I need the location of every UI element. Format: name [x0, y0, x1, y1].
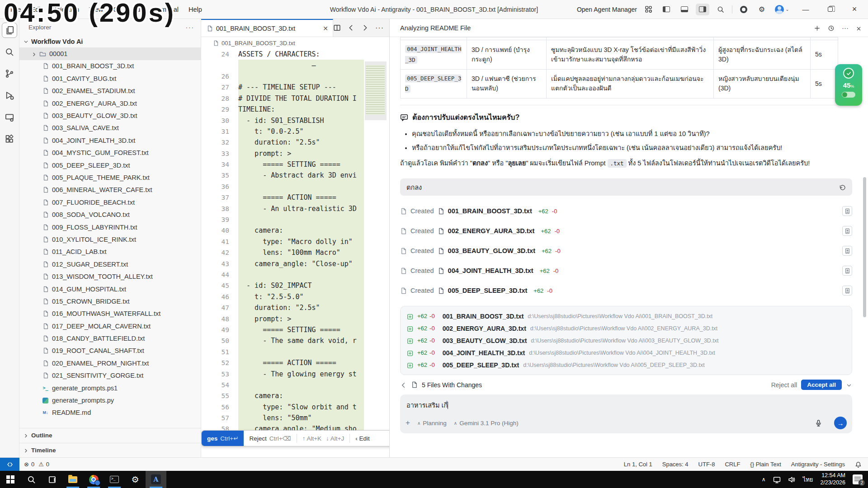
problems-indicator[interactable]: ⊗0 ⚠0 — [19, 461, 49, 468]
created-file-row[interactable]: Created 004_JOINT_HEALTH_3D.txt +62 -0 — [400, 261, 852, 281]
tree-file-item[interactable]: >_ M↓ 006_MINERAL_WATER_CAFE.txt — [19, 184, 201, 196]
send-button[interactable]: → — [834, 417, 847, 429]
tree-file-item[interactable]: >_ M↓ 002_ENAMEL_STADIUM.txt — [19, 85, 201, 97]
menu-item[interactable]: Help — [184, 4, 206, 15]
tree-file-item[interactable]: >_ M↓ README.md — [19, 407, 201, 419]
task-view-icon[interactable] — [42, 471, 62, 488]
maximize-button[interactable] — [820, 0, 840, 19]
more-actions-icon[interactable]: ··· — [375, 24, 384, 32]
tree-file-item[interactable]: >_ M↓ 005_DEEP_SLEEP_3D.txt — [19, 159, 201, 171]
tree-file-item[interactable]: >_ M↓ 018_CANDY_BATTLEFIELD.txt — [19, 332, 201, 344]
more-options-icon[interactable]: ··· — [842, 24, 849, 32]
close-panel-icon[interactable] — [856, 24, 862, 32]
tree-file-item[interactable]: >_ M↓ 001_CAVITY_BUG.txt — [19, 72, 201, 84]
search-sidebar-icon[interactable] — [2, 44, 17, 60]
history-icon[interactable] — [828, 24, 835, 32]
tree-file-item[interactable]: >_ M↓ 017_DEEP_MOLAR_CAVERN.txt — [19, 320, 201, 332]
sidebar-section-outline[interactable]: Outline — [19, 428, 201, 442]
app-settings[interactable]: Antigravity - Settings — [791, 461, 845, 468]
model-selector[interactable]: ∧Gemini 3.1 Pro (High) — [454, 420, 519, 427]
menu-item[interactable]: Go — [109, 4, 126, 15]
widget-toggle[interactable] — [842, 92, 855, 98]
chevron-down-icon[interactable] — [846, 381, 852, 388]
explorer-more-icon[interactable]: ··· — [186, 24, 195, 31]
minimize-button[interactable]: — — [796, 0, 816, 19]
tree-file-item[interactable]: >_ M↓ 004_MYSTIC_GUM_FOREST.txt — [19, 147, 201, 159]
created-file-row[interactable]: Created 003_BEAUTY_GLOW_3D.txt +62 -0 — [400, 241, 852, 261]
navigate-forward-icon[interactable] — [361, 24, 369, 32]
file-change-row[interactable]: +62 -0 001_BRAIN_BOOST_3D.txt d:\Users\s… — [407, 310, 845, 322]
code-area[interactable]: 24 ASSETS / CHARACTERS: — 26 27 # --- TI… — [201, 49, 389, 457]
breadcrumb[interactable]: 001_BRAIN_BOOST_3D.txt — [201, 37, 389, 49]
tree-file-item[interactable]: >_ M↓ 005_PLAQUE_THEME_PARK.txt — [19, 171, 201, 183]
toggle-right-sidebar-icon[interactable] — [696, 4, 709, 15]
toggle-left-sidebar-icon[interactable] — [660, 4, 673, 15]
reject-all-button[interactable]: Reject all — [771, 381, 797, 389]
tree-file-item[interactable]: >_ M↓ 016_MOUTHWASH_WATERFALL.txt — [19, 308, 201, 320]
created-file-row[interactable]: Created 001_BRAIN_BOOST_3D.txt +62 -0 — [400, 201, 852, 221]
tree-file-item[interactable]: >_ M↓ 003_BEAUTY_GLOW_3D.txt — [19, 109, 201, 122]
tree-file-item[interactable]: >_ M↓ 014_GUM_HOSPITAL.txt — [19, 283, 201, 295]
new-conversation-icon[interactable] — [814, 24, 821, 32]
mode-selector[interactable]: ∧Planning — [417, 420, 447, 427]
created-file-row[interactable]: Created 002_ENERGY_AURA_3D.txt +62 -0 — [400, 221, 852, 241]
tree-file-item[interactable]: >_ M↓ 010_XYLITOL_ICE_RINK.txt — [19, 233, 201, 245]
undo-icon[interactable] — [839, 183, 846, 191]
tree-file-item[interactable]: >_ M↓ 020_ENAMEL_PROM_NIGHT.txt — [19, 357, 201, 369]
menu-item[interactable]: Edit — [27, 4, 46, 15]
start-button[interactable] — [0, 471, 21, 488]
indentation[interactable]: Spaces: 4 — [662, 461, 689, 468]
terminal-app-icon[interactable]: >_ — [104, 471, 125, 488]
menu-item[interactable]: File — [6, 4, 25, 15]
tree-folder-00001[interactable]: 00001 — [19, 47, 201, 60]
tree-file-item[interactable]: >_ M↓ 015_CROWN_BRIDGE.txt — [19, 295, 201, 307]
menu-item[interactable]: Terminal — [150, 4, 183, 15]
attach-plus-icon[interactable]: + — [406, 418, 410, 427]
taskbar-search-icon[interactable] — [21, 471, 42, 488]
tree-file-item[interactable]: >_ M↓ 021_SENSITIVITY_GORGE.txt — [19, 370, 201, 382]
settings-app-icon[interactable]: ⚙ — [125, 471, 146, 488]
explorer-icon[interactable] — [2, 23, 17, 38]
close-tab-icon[interactable]: ✕ — [323, 25, 328, 32]
encoding[interactable]: UTF-8 — [698, 461, 715, 468]
tree-file-item[interactable]: >_ M↓ 012_SUGAR_DESERT.txt — [19, 258, 201, 270]
tree-file-item[interactable]: >_ M↓ 009_FLOSS_LABYRINTH.txt — [19, 221, 201, 233]
bell-icon[interactable] — [855, 460, 862, 468]
remote-indicator[interactable] — [0, 458, 19, 471]
file-change-row[interactable]: +62 -0 004_JOINT_HEALTH_3D.txt d:\Users\… — [407, 347, 845, 359]
tree-file-item[interactable]: >_ M↓ 003_SALIVA_CAVE.txt — [19, 122, 201, 134]
tree-file-item[interactable]: >_ M↓ 002_ENERGY_AURA_3D.txt — [19, 97, 201, 109]
tree-file-item[interactable]: >_ M↓ 004_JOINT_HEALTH_3D.txt — [19, 134, 201, 146]
menu-item[interactable]: Selection — [48, 4, 83, 15]
mic-icon[interactable] — [815, 419, 822, 427]
reject-changes-button[interactable]: RejectCtrl+⌫ — [244, 431, 296, 446]
volume-icon[interactable] — [788, 475, 796, 483]
panel-scrollbar[interactable] — [863, 177, 866, 317]
language-mode[interactable]: {} Plain Text — [750, 461, 781, 468]
tree-file-item[interactable]: >_ M↓ 001_BRAIN_BOOST_3D.txt — [19, 60, 201, 72]
toggle-bottom-panel-icon[interactable] — [678, 4, 691, 15]
extensions-icon[interactable] — [2, 131, 17, 146]
eol-sequence[interactable]: CRLF — [725, 461, 740, 468]
open-diff-icon[interactable] — [842, 206, 852, 216]
browser-icon[interactable] — [737, 4, 750, 15]
edit-button[interactable]: ‹ Edit — [350, 431, 375, 446]
tab-001-brain-boost-3d[interactable]: 001_BRAIN_BOOST_3D.txt ✕ — [201, 19, 333, 37]
close-button[interactable]: × — [844, 0, 864, 19]
chrome-icon[interactable] — [83, 471, 104, 488]
menu-item[interactable]: View — [85, 4, 107, 15]
account-avatar[interactable]: ⌄ — [773, 4, 791, 15]
tree-file-item[interactable]: >_ M↓ 019_ROOT_CANAL_SHAFT.txt — [19, 345, 201, 357]
cursor-position[interactable]: Ln 1, Col 1 — [624, 461, 652, 468]
overlay-status-widget[interactable]: 45% — [835, 64, 862, 106]
network-icon[interactable] — [773, 475, 781, 483]
back-arrow-icon[interactable] — [400, 381, 407, 389]
file-change-row[interactable]: +62 -0 005_DEEP_SLEEP_3D.txt d:\Users\sj… — [407, 359, 845, 371]
tray-expand-icon[interactable]: ∧ — [762, 476, 766, 483]
antigravity-app-icon[interactable]: A — [146, 471, 166, 488]
notification-center-icon[interactable]: 2 — [853, 474, 863, 484]
open-diff-icon[interactable] — [842, 286, 852, 296]
open-diff-icon[interactable] — [842, 266, 852, 276]
created-file-row[interactable]: Created 005_DEEP_SLEEP_3D.txt +62 -0 — [400, 281, 852, 300]
gear-icon[interactable]: ⚙ — [755, 4, 769, 15]
